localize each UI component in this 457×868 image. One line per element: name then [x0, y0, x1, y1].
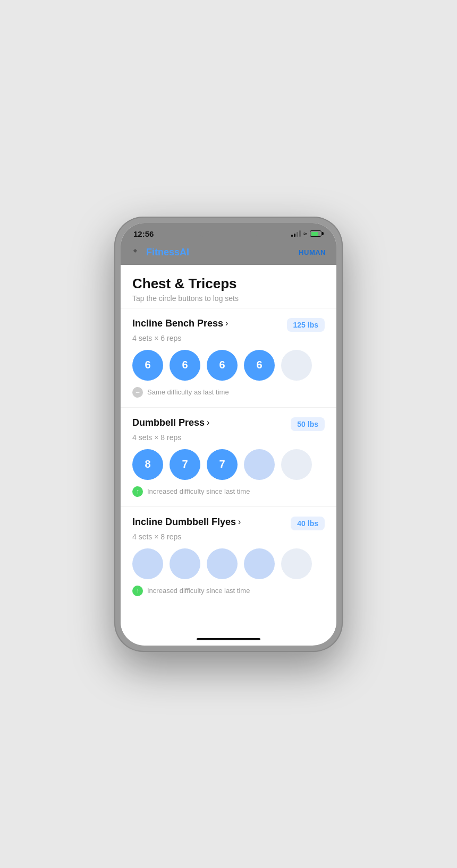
wifi-icon: ≈	[303, 230, 307, 238]
weight-badge[interactable]: 125 lbs	[287, 318, 325, 332]
home-indicator	[121, 634, 336, 646]
rep-circle[interactable]: 7	[207, 449, 238, 480]
rep-circle[interactable]: 6	[207, 350, 238, 381]
app-logo: FitnessAI	[131, 247, 189, 259]
rep-circle[interactable]: 6	[132, 350, 163, 381]
difficulty-icon: ↑	[132, 586, 143, 596]
chevron-icon: ›	[225, 319, 228, 328]
exercise-header: Incline Bench Press ›125 lbs	[132, 318, 325, 332]
signal-icon	[291, 230, 301, 237]
weight-badge[interactable]: 40 lbs	[291, 517, 325, 530]
weight-badge[interactable]: 50 lbs	[291, 417, 325, 431]
status-icons: ≈	[291, 230, 324, 238]
page-title: Chest & Triceps	[132, 276, 325, 292]
battery-body	[310, 230, 321, 237]
difficulty-row: –Same difficulty as last time	[132, 387, 325, 398]
exercise-name[interactable]: Incline Bench Press ›	[132, 318, 228, 329]
status-time: 12:56	[133, 229, 154, 238]
difficulty-text: Increased difficulty since last time	[147, 487, 250, 495]
rep-circle[interactable]	[281, 350, 312, 381]
exercise-list: Incline Bench Press ›125 lbs4 sets × 6 r…	[121, 308, 336, 606]
exercise-name[interactable]: Dumbbell Press ›	[132, 417, 209, 428]
exercise-sets: 4 sets × 8 reps	[132, 532, 325, 541]
logo-text: FitnessAI	[146, 247, 189, 258]
signal-bar-2	[294, 234, 295, 237]
notch-handle	[218, 226, 239, 228]
rep-circle[interactable]	[244, 449, 275, 480]
difficulty-icon: ↑	[132, 486, 143, 497]
rep-circle[interactable]: 6	[170, 350, 200, 381]
nav-human-button[interactable]: HUMAN	[299, 248, 326, 256]
exercise-card: Incline Dumbbell Flyes ›40 lbs4 sets × 8…	[121, 506, 336, 606]
difficulty-text: Same difficulty as last time	[147, 388, 229, 396]
rep-circle[interactable]	[281, 449, 312, 480]
page-subtitle: Tap the circle buttons to log sets	[132, 294, 325, 303]
signal-bar-3	[297, 232, 298, 237]
page-header: Chest & Triceps Tap the circle buttons t…	[121, 265, 336, 308]
chevron-icon: ›	[207, 418, 209, 427]
rep-circle[interactable]: 8	[132, 449, 163, 480]
logo-icon	[131, 247, 143, 259]
exercise-header: Dumbbell Press ›50 lbs	[132, 417, 325, 431]
logo-fitness: Fitness	[146, 247, 180, 257]
phone-frame: 12:56 ≈	[114, 217, 343, 652]
rep-circle[interactable]	[132, 548, 163, 579]
reps-row: 877	[132, 449, 325, 480]
rep-circle[interactable]: 6	[244, 350, 275, 381]
difficulty-text: Increased difficulty since last time	[147, 587, 250, 595]
logo-ai: AI	[180, 247, 189, 257]
battery-fill	[311, 232, 319, 236]
exercise-header: Incline Dumbbell Flyes ›40 lbs	[132, 517, 325, 530]
battery-icon	[310, 230, 324, 237]
exercise-sets: 4 sets × 6 reps	[132, 334, 325, 342]
signal-bar-4	[299, 230, 301, 237]
exercise-card: Incline Bench Press ›125 lbs4 sets × 6 r…	[121, 308, 336, 407]
chevron-icon: ›	[238, 517, 241, 527]
rep-circle[interactable]	[170, 548, 200, 579]
rep-circle[interactable]	[244, 548, 275, 579]
exercise-sets: 4 sets × 8 reps	[132, 433, 325, 442]
exercise-name[interactable]: Incline Dumbbell Flyes ›	[132, 517, 241, 528]
home-bar	[197, 638, 260, 640]
difficulty-row: ↑Increased difficulty since last time	[132, 486, 325, 497]
rep-circle[interactable]	[281, 548, 312, 579]
phone-screen: 12:56 ≈	[121, 223, 336, 646]
difficulty-icon: –	[132, 387, 143, 398]
scroll-content[interactable]: Chest & Triceps Tap the circle buttons t…	[121, 265, 336, 634]
rep-circle[interactable]	[207, 548, 238, 579]
difficulty-row: ↑Increased difficulty since last time	[132, 586, 325, 596]
signal-bar-1	[291, 235, 293, 237]
reps-row	[132, 548, 325, 579]
exercise-card: Dumbbell Press ›50 lbs4 sets × 8 reps877…	[121, 407, 336, 506]
status-bar: 12:56 ≈	[121, 223, 336, 243]
nav-bar: FitnessAI HUMAN	[121, 243, 336, 265]
reps-row: 6666	[132, 350, 325, 381]
battery-tip	[322, 232, 324, 235]
rep-circle[interactable]: 7	[170, 449, 200, 480]
